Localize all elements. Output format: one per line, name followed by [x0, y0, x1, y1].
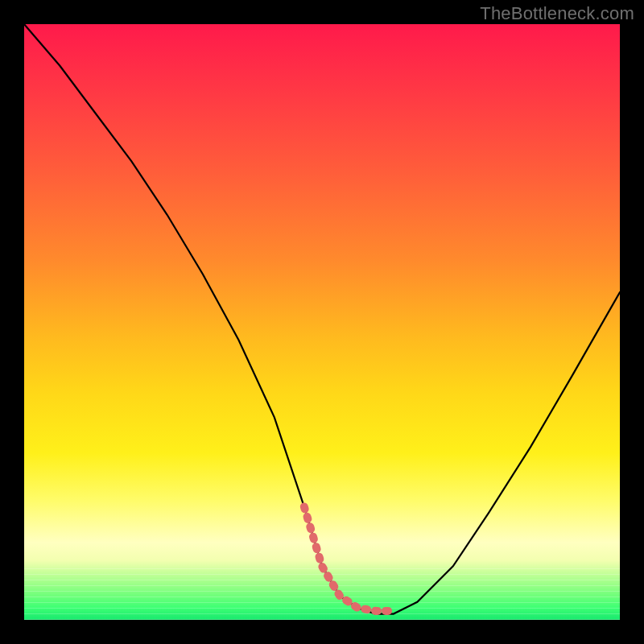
trough-highlight: [304, 506, 394, 611]
chart-frame: TheBottleneck.com: [0, 0, 644, 644]
plot-area: [24, 24, 620, 620]
watermark-text: TheBottleneck.com: [480, 3, 634, 24]
bottleneck-curve-svg: [24, 24, 620, 620]
bottleneck-curve: [24, 24, 620, 614]
